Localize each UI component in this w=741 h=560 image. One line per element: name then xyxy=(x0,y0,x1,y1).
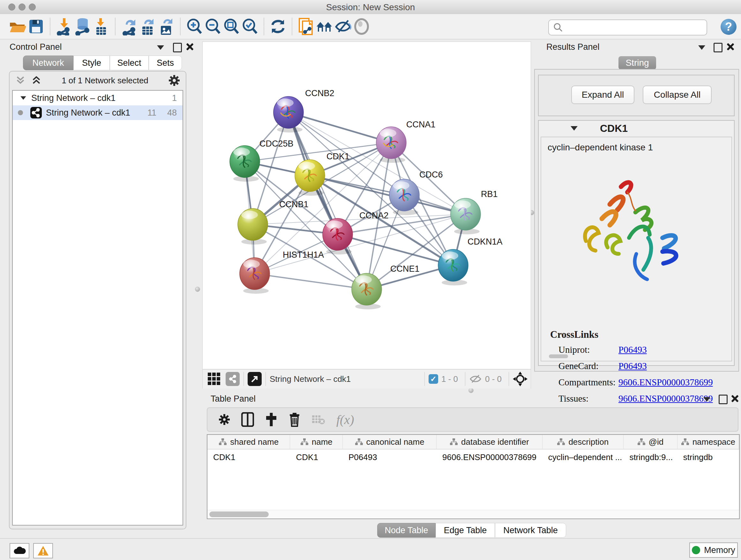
control-panel-collapse-icon[interactable] xyxy=(157,45,164,50)
search-field[interactable] xyxy=(563,22,706,33)
collapse-all-button[interactable]: Collapse All xyxy=(643,85,712,104)
string-network-graph[interactable]: CCNB2CCNA1CDC25BCDK1CDC6RB1CCNB1CCNA2CDK… xyxy=(203,42,531,369)
crosslink-link[interactable]: 9606.ENSP00000378699 xyxy=(618,377,713,388)
network-node-CCNB1[interactable] xyxy=(238,208,268,245)
table-row[interactable]: CDK1 CDK1 P06493 9606.ENSP00000378699 cy… xyxy=(207,449,739,465)
results-scrollbar-thumb[interactable] xyxy=(549,354,568,358)
network-node-CDC25B[interactable] xyxy=(230,145,260,182)
network-row-selected[interactable]: String Network – cdk1 11 48 xyxy=(13,105,183,120)
hide-panel-eye-icon[interactable] xyxy=(334,17,352,36)
import-network-file-icon[interactable] xyxy=(55,17,73,36)
network-node-CCNE1[interactable] xyxy=(352,273,382,309)
function-builder-icon[interactable]: f(x) xyxy=(336,412,354,427)
tab-style[interactable]: Style xyxy=(73,56,110,70)
column-header[interactable]: @id xyxy=(623,435,677,449)
import-network-database-icon[interactable] xyxy=(73,17,92,36)
open-session-icon[interactable] xyxy=(8,17,27,36)
cell-description[interactable]: cyclin–dependent ... xyxy=(542,449,624,465)
network-node-RB1[interactable] xyxy=(451,198,481,234)
refresh-icon[interactable] xyxy=(269,17,287,36)
fit-selected-crosshair-icon[interactable] xyxy=(513,372,528,386)
show-columns-icon[interactable] xyxy=(241,412,254,427)
crosslink-link[interactable]: P06493 xyxy=(618,345,647,355)
control-panel-float-icon[interactable] xyxy=(173,43,182,52)
column-header[interactable]: namespace xyxy=(677,435,739,449)
zoom-fit-icon[interactable] xyxy=(222,17,241,36)
tab-node-table[interactable]: Node Table xyxy=(377,523,435,538)
results-panel-collapse-icon[interactable] xyxy=(698,45,705,50)
hidden-eye-slash-icon[interactable] xyxy=(469,374,482,384)
tab-edge-table[interactable]: Edge Table xyxy=(435,523,495,538)
network-node-HIST1H1A[interactable] xyxy=(240,258,270,294)
network-node-CCNA2[interactable] xyxy=(323,219,353,254)
zoom-selected-icon[interactable] xyxy=(241,17,259,36)
show-panel-eye-icon[interactable] xyxy=(352,17,371,36)
string-documents-icon[interactable] xyxy=(297,17,315,36)
cell-database-identifier[interactable]: 9606.ENSP00000378699 xyxy=(436,449,542,465)
results-panel-close-icon[interactable] xyxy=(726,43,734,51)
tree-expand-icon[interactable] xyxy=(20,96,26,100)
network-node-CCNB2[interactable] xyxy=(273,97,304,132)
cell-canonical-name[interactable]: P06493 xyxy=(343,449,436,465)
zoom-out-icon[interactable] xyxy=(204,17,222,36)
tab-sets[interactable]: Sets xyxy=(149,56,182,70)
tab-select[interactable]: Select xyxy=(110,56,149,70)
network-options-gear-icon[interactable] xyxy=(168,74,181,87)
status-separator xyxy=(244,372,244,386)
delete-table-icon[interactable] xyxy=(312,414,326,425)
expand-all-button[interactable]: Expand All xyxy=(571,85,634,104)
results-panel-float-icon[interactable] xyxy=(714,43,723,52)
birds-eye-grid-icon[interactable] xyxy=(207,372,221,386)
column-header[interactable]: canonical name xyxy=(343,435,436,449)
selected-checkbox-icon[interactable]: ✓ xyxy=(428,374,438,384)
control-panel-tabs: Network Style Select Sets xyxy=(23,56,182,70)
home-icon[interactable] xyxy=(315,17,334,36)
export-table-icon[interactable] xyxy=(138,17,157,36)
memory-button[interactable]: Memory xyxy=(689,543,738,558)
column-header[interactable]: shared name xyxy=(207,435,290,449)
cell-id[interactable]: stringdb:9... xyxy=(623,449,677,465)
search-input[interactable] xyxy=(548,19,707,36)
collapse-all-networks-icon[interactable] xyxy=(15,76,26,85)
cell-namespace[interactable]: stringdb xyxy=(677,449,739,465)
add-column-icon[interactable] xyxy=(265,412,278,427)
cell-name[interactable]: CDK1 xyxy=(290,449,342,465)
crosslink-link[interactable]: P06493 xyxy=(618,361,647,371)
column-header[interactable]: database identifier xyxy=(436,435,542,449)
expand-all-networks-icon[interactable] xyxy=(31,76,42,85)
network-node-CDKN1A[interactable] xyxy=(438,249,468,286)
network-node-CCNA1[interactable] xyxy=(376,127,406,163)
column-header[interactable]: description xyxy=(542,435,623,449)
table-panel-collapse-icon[interactable] xyxy=(703,397,711,401)
table-settings-gear-icon[interactable] xyxy=(218,414,230,426)
column-header[interactable]: name xyxy=(290,435,343,449)
delete-column-trash-icon[interactable] xyxy=(288,412,300,427)
save-session-icon[interactable] xyxy=(27,17,45,36)
import-table-icon[interactable] xyxy=(92,17,111,36)
string-view-icon[interactable] xyxy=(226,372,240,386)
network-collection-row[interactable]: String Network – cdk1 1 xyxy=(13,91,183,105)
export-network-icon[interactable] xyxy=(120,17,138,36)
edge-count: 48 xyxy=(167,108,177,118)
detach-view-icon[interactable] xyxy=(248,372,262,386)
table-hscrollbar-track[interactable] xyxy=(207,510,739,518)
crosslink-row: Compartments: 9606.ENSP00000378699 xyxy=(558,377,730,388)
results-tab-string[interactable]: String xyxy=(618,56,656,70)
table-panel-close-icon[interactable] xyxy=(731,395,738,402)
left-splitter-grip[interactable] xyxy=(195,287,200,292)
table-panel-float-icon[interactable] xyxy=(719,395,728,404)
tab-network[interactable]: Network xyxy=(23,56,73,70)
cell-shared-name[interactable]: CDK1 xyxy=(207,449,290,465)
cloud-status-button[interactable] xyxy=(10,543,29,558)
export-image-icon[interactable] xyxy=(157,17,176,36)
cdk1-collapse-icon[interactable] xyxy=(570,126,578,131)
warning-status-button[interactable] xyxy=(33,543,53,558)
help-button[interactable]: ? xyxy=(721,19,737,35)
toolbar-separator xyxy=(264,18,264,35)
control-panel-close-icon[interactable] xyxy=(186,43,193,51)
network-canvas[interactable]: CCNB2CCNA1CDC25BCDK1CDC6RB1CCNB1CCNA2CDK… xyxy=(202,42,531,388)
table-hscrollbar-thumb[interactable] xyxy=(209,511,269,517)
horizontal-splitter-grip[interactable] xyxy=(468,388,474,393)
tab-network-table[interactable]: Network Table xyxy=(495,523,566,538)
zoom-in-icon[interactable] xyxy=(185,17,204,36)
